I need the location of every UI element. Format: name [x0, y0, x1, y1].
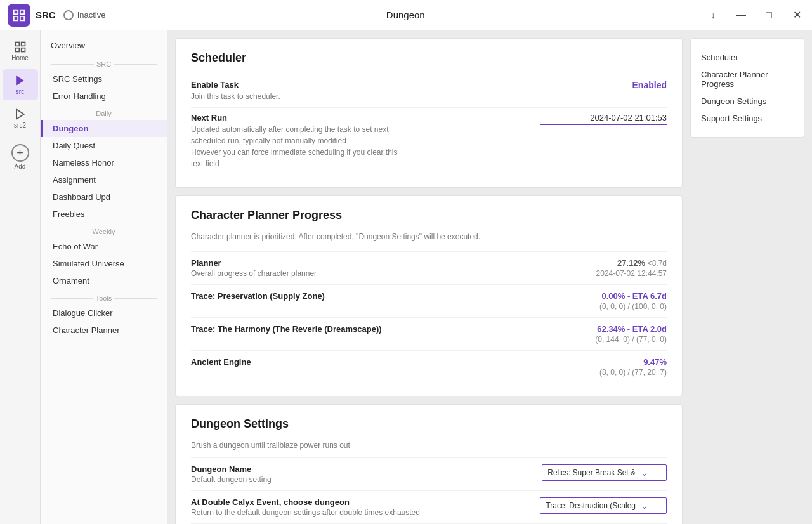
double-calyx-chevron-icon: ⌄ [641, 501, 648, 511]
ancient-engine-pct: 9.47% [599, 357, 667, 367]
app-logo [8, 4, 30, 27]
dungeon-name-desc: Default dungeon setting [191, 475, 272, 484]
planner-row-left: Planner Overall progress of character pl… [191, 258, 317, 278]
character-planner-title: Character Planner Progress [191, 209, 667, 222]
planner-pct: 27.12% <8.7d [596, 258, 667, 268]
svg-rect-0 [15, 43, 19, 46]
sidebar-item-daily-quest[interactable]: Daily Quest [41, 137, 167, 154]
ancient-engine-label: Ancient Engine [191, 357, 251, 367]
character-planner-desc: Character planner is prioritized. After … [191, 232, 667, 241]
maximize-button[interactable]: □ [761, 8, 776, 23]
sidebar-item-echo-of-war[interactable]: Echo of War [41, 238, 167, 255]
sidebar-section-src: SRC [41, 55, 167, 70]
next-run-value[interactable]: 2024-07-02 21:01:53 [540, 113, 667, 125]
sidebar-item-dashboard-upd[interactable]: Dashboard Upd [41, 188, 167, 206]
planner-sublabel: Overall progress of character planner [191, 269, 317, 278]
double-calyx-desc: Return to the default dungeon settings a… [191, 508, 420, 517]
rail-src2-label: src2 [14, 122, 26, 129]
next-run-label: Next Run [191, 113, 398, 122]
rail-src-label: src [16, 88, 24, 95]
ancient-engine-sub: (8, 0, 0) / (77, 20, 7) [599, 368, 667, 377]
window-controls: ↓ — □ ✕ [705, 8, 804, 23]
ancient-engine-value: 9.47% (8, 0, 0) / (77, 20, 7) [599, 357, 667, 377]
toc-scheduler[interactable]: Scheduler [698, 49, 796, 66]
rail-item-home[interactable]: Home [3, 36, 38, 67]
toc-support-settings[interactable]: Support Settings [698, 110, 796, 127]
scheduler-title: Scheduler [191, 51, 667, 65]
trace-harmony-sub: (0, 144, 0) / (77, 0, 0) [595, 335, 667, 344]
rail-item-src[interactable]: src [3, 69, 38, 100]
sidebar-section-daily: Daily [41, 105, 167, 120]
sidebar-item-character-planner[interactable]: Character Planner [41, 322, 167, 339]
double-calyx-left: At Double Calyx Event, choose dungeon Re… [191, 497, 420, 517]
sidebar-item-dialogue-clicker[interactable]: Dialogue Clicker [41, 305, 167, 322]
toc-panel: Scheduler Character Planner Progress Dun… [690, 38, 804, 138]
planner-row: Planner Overall progress of character pl… [191, 251, 667, 284]
enable-task-row: Enable Task Join this task to scheduler.… [191, 75, 667, 107]
rail-item-src2[interactable]: src2 [3, 103, 38, 134]
double-calyx-value: Trace: Destruction (Scaleg [546, 501, 636, 510]
dungeon-name-left: Dungeon Name Default dungeon setting [191, 464, 272, 484]
icon-rail: Home src src2 + Add [0, 30, 41, 524]
trace-harmony-pct: 62.34% - ETA 2.0d [595, 324, 667, 334]
sidebar-item-freebies[interactable]: Freebies [41, 206, 167, 223]
trace-preservation-value: 0.00% - ETA 6.7d (0, 0, 0) / (100, 0, 0) [599, 291, 667, 311]
sidebar-item-ornament[interactable]: Ornament [41, 272, 167, 289]
dungeon-name-value: Relics: Super Break Set & [547, 468, 636, 477]
titlebar: SRC Inactive Dungeon ↓ — □ ✕ [0, 0, 812, 30]
svg-marker-4 [16, 76, 24, 86]
add-button[interactable]: + [11, 144, 29, 162]
toc-dungeon-settings[interactable]: Dungeon Settings [698, 93, 796, 110]
double-calyx-dropdown[interactable]: Trace: Destruction (Scaleg ⌄ [540, 497, 667, 514]
dungeon-settings-title: Dungeon Settings [191, 417, 667, 431]
app-name: SRC [36, 10, 56, 20]
add-label: Add [15, 163, 26, 170]
character-planner-card: Character Planner Progress Character pla… [175, 195, 683, 396]
planner-eta: <8.7d [648, 259, 667, 268]
planner-pct-text: 27.12% [617, 258, 645, 268]
enable-task-field: Enable Task Join this task to scheduler. [191, 80, 280, 102]
sidebar-item-simulated-universe[interactable]: Simulated Universe [41, 255, 167, 272]
dungeon-settings-card: Dungeon Settings Brush a dungeon until t… [175, 404, 683, 524]
toc-character-planner-progress[interactable]: Character Planner Progress [698, 66, 796, 93]
planner-date: 2024-07-02 12:44:57 [596, 269, 667, 278]
next-run-row: Next Run Updated automatically after com… [191, 107, 667, 174]
trace-harmony-row: Trace: The Harmony (The Reverie (Dreamsc… [191, 317, 667, 350]
sidebar: Overview SRC SRC Settings Error Handling… [41, 30, 167, 524]
double-calyx-label: At Double Calyx Event, choose dungeon [191, 497, 420, 507]
status-indicator: Inactive [63, 10, 106, 20]
content-panels: Scheduler Enable Task Join this task to … [175, 38, 683, 516]
next-run-field: Next Run Updated automatically after com… [191, 113, 398, 169]
svg-marker-5 [16, 110, 24, 119]
ancient-engine-row: Ancient Engine 9.47% (8, 0, 0) / (77, 20… [191, 350, 667, 383]
sidebar-item-dungeon[interactable]: Dungeon [41, 120, 167, 137]
sidebar-overview[interactable]: Overview [41, 38, 167, 55]
download-button[interactable]: ↓ [705, 8, 721, 23]
trace-preservation-row: Trace: Preservation (Supply Zone) 0.00% … [191, 284, 667, 317]
next-run-desc: Updated automatically after completing t… [191, 124, 398, 169]
enable-task-value[interactable]: Enabled [540, 80, 667, 90]
ancient-engine-left: Ancient Engine [191, 357, 251, 367]
svg-rect-2 [15, 48, 19, 52]
trace-preservation-label: Trace: Preservation (Supply Zone) [191, 291, 325, 301]
trace-preservation-sub: (0, 0, 0) / (100, 0, 0) [599, 302, 667, 311]
close-button[interactable]: ✕ [789, 8, 804, 23]
trace-harmony-value: 62.34% - ETA 2.0d (0, 144, 0) / (77, 0, … [595, 324, 667, 344]
scheduler-card: Scheduler Enable Task Join this task to … [175, 38, 683, 188]
trace-preservation-pct: 0.00% - ETA 6.7d [599, 291, 667, 301]
svg-rect-1 [21, 43, 25, 46]
status-label: Inactive [77, 10, 106, 20]
dungeon-name-chevron-icon: ⌄ [641, 468, 648, 478]
enable-task-label: Enable Task [191, 80, 280, 89]
rail-home-label: Home [11, 55, 29, 62]
sidebar-item-nameless-honor[interactable]: Nameless Honor [41, 154, 167, 171]
sidebar-item-assignment[interactable]: Assignment [41, 171, 167, 188]
minimize-button[interactable]: — [733, 8, 749, 23]
enable-task-desc: Join this task to scheduler. [191, 91, 280, 102]
sidebar-item-error-handling[interactable]: Error Handling [41, 88, 167, 105]
double-calyx-row: At Double Calyx Event, choose dungeon Re… [191, 490, 667, 523]
planner-value: 27.12% <8.7d 2024-07-02 12:44:57 [596, 258, 667, 278]
sidebar-section-weekly: Weekly [41, 223, 167, 238]
sidebar-item-src-settings[interactable]: SRC Settings [41, 70, 167, 88]
dungeon-name-dropdown[interactable]: Relics: Super Break Set & ⌄ [542, 464, 667, 481]
